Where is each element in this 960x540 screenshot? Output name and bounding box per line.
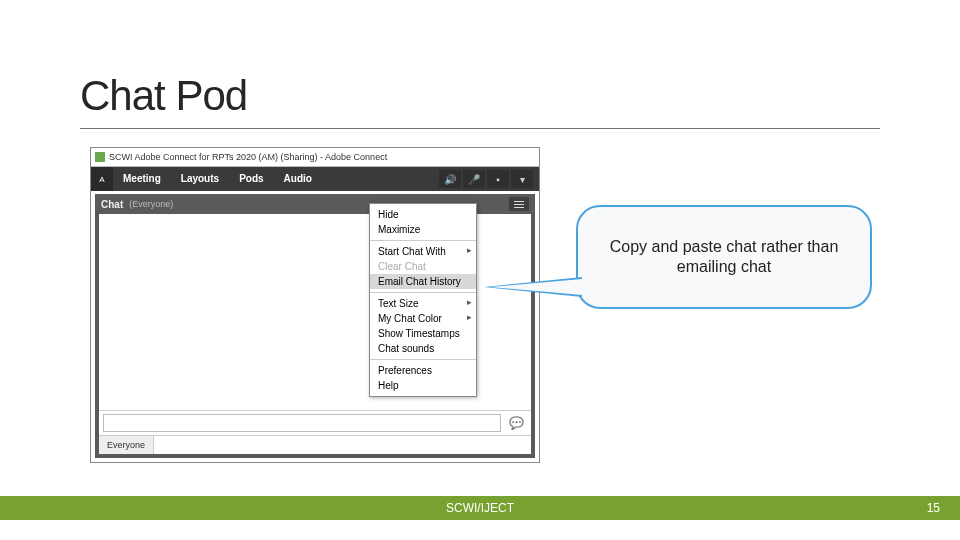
chat-tabs: Everyone	[99, 435, 531, 454]
pod-options-button[interactable]	[509, 197, 529, 211]
footer-label: SCWI/IJECT	[446, 501, 514, 515]
svg-marker-1	[490, 279, 582, 295]
menu-separator	[370, 292, 476, 293]
callout-bubble: Copy and paste chat rather than emailing…	[576, 205, 872, 309]
speaker-icon[interactable]: 🔊	[439, 170, 461, 188]
mic-icon[interactable]: 🎤	[463, 170, 485, 188]
menu-pods[interactable]: Pods	[229, 167, 273, 191]
menubar: A Meeting Layouts Pods Audio 🔊 🎤 ▪ ▾	[91, 167, 539, 191]
window-title: SCWI Adobe Connect for RPTs 2020 (AM) (S…	[109, 152, 387, 162]
menu-separator	[370, 240, 476, 241]
adobe-logo-icon: A	[91, 167, 113, 191]
menu-item-start-chat-with[interactable]: Start Chat With	[370, 244, 476, 259]
menu-item-preferences[interactable]: Preferences	[370, 363, 476, 378]
page-title: Chat Pod	[80, 72, 247, 120]
menu-item-maximize[interactable]: Maximize	[370, 222, 476, 237]
callout-text: Copy and paste chat rather than emailing…	[600, 237, 848, 277]
menu-item-show-timestamps[interactable]: Show Timestamps	[370, 326, 476, 341]
callout-pointer-icon	[484, 277, 584, 307]
menu-meeting[interactable]: Meeting	[113, 167, 171, 191]
menu-separator	[370, 359, 476, 360]
menu-item-clear-chat: Clear Chat	[370, 259, 476, 274]
webcam-icon[interactable]: ▪	[487, 170, 509, 188]
window-titlebar: SCWI Adobe Connect for RPTs 2020 (AM) (S…	[91, 148, 539, 167]
chat-input[interactable]	[103, 414, 501, 432]
chat-pod-title: Chat	[101, 199, 123, 210]
menu-item-email-chat-history[interactable]: Email Chat History	[370, 274, 476, 289]
chat-send-button[interactable]: 💬	[505, 414, 527, 432]
menu-item-chat-sounds[interactable]: Chat sounds	[370, 341, 476, 356]
chat-input-row: 💬	[99, 410, 531, 435]
title-rule	[80, 128, 880, 129]
menu-item-text-size[interactable]: Text Size	[370, 296, 476, 311]
menu-item-hide[interactable]: Hide	[370, 207, 476, 222]
chat-pod-subtitle: (Everyone)	[129, 199, 173, 209]
menu-layouts[interactable]: Layouts	[171, 167, 229, 191]
menu-audio[interactable]: Audio	[274, 167, 322, 191]
page-number: 15	[927, 501, 940, 515]
annotation-callout: Copy and paste chat rather than emailing…	[576, 205, 872, 309]
slide-footer: SCWI/IJECT 15	[0, 496, 960, 520]
menu-item-my-chat-color[interactable]: My Chat Color	[370, 311, 476, 326]
status-icon[interactable]: ▾	[511, 170, 533, 188]
chat-tab-everyone[interactable]: Everyone	[99, 436, 154, 454]
window-icon	[95, 152, 105, 162]
menu-item-help[interactable]: Help	[370, 378, 476, 393]
pod-options-menu: Hide Maximize Start Chat With Clear Chat…	[369, 203, 477, 397]
